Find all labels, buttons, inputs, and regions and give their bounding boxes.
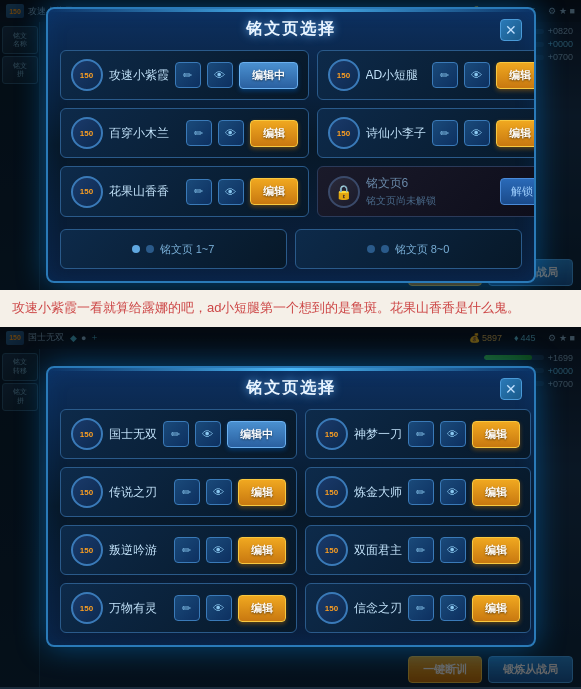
- card-name-3: 百穿小木兰: [109, 125, 180, 142]
- card-badge-b8: 150: [316, 592, 348, 624]
- card-pen-btn-b4[interactable]: ✏: [408, 479, 434, 505]
- card-name-2: AD小短腿: [366, 67, 426, 84]
- card-edit-btn-b3[interactable]: 编辑: [238, 479, 286, 506]
- pagination-right: 铭文页 8~0: [295, 229, 522, 269]
- card-edit-btn-2[interactable]: 编辑: [496, 62, 536, 89]
- modal-panel-bottom: 铭文页选择 ✕ 150 国士无双 ✏ 👁 编辑中 15: [46, 366, 536, 647]
- card-edit-btn-4[interactable]: 编辑: [496, 120, 536, 147]
- card-pen-btn-b3[interactable]: ✏: [174, 479, 200, 505]
- card-badge-6: 🔒: [328, 176, 360, 208]
- page-dot-3: [367, 245, 375, 253]
- modal-pagination-row: 铭文页 1~7 铭文页 8~0: [48, 229, 534, 281]
- card-edit-btn-1[interactable]: 编辑中: [239, 62, 298, 89]
- card-pen-btn-b2[interactable]: ✏: [408, 421, 434, 447]
- card-edit-btn-b1[interactable]: 编辑中: [227, 421, 286, 448]
- card-pen-btn-2[interactable]: ✏: [432, 62, 458, 88]
- modal-card-b8: 150 信念之刃 ✏ 👁 编辑: [305, 583, 531, 633]
- page-dot-1: [132, 245, 140, 253]
- card-pen-btn-b5[interactable]: ✏: [174, 537, 200, 563]
- card-eye-btn-b3[interactable]: 👁: [206, 479, 232, 505]
- card-pen-btn-b1[interactable]: ✏: [163, 421, 189, 447]
- card-pen-btn-b6[interactable]: ✏: [408, 537, 434, 563]
- card-name-b1: 国士无双: [109, 426, 157, 443]
- card-eye-btn-b1[interactable]: 👁: [195, 421, 221, 447]
- card-badge-2: 150: [328, 59, 360, 91]
- card-name-5: 花果山香香: [109, 183, 180, 200]
- page-dot-4: [381, 245, 389, 253]
- modal-card-b6: 150 双面君主 ✏ 👁 编辑: [305, 525, 531, 575]
- card-edit-btn-b8[interactable]: 编辑: [472, 595, 520, 622]
- card-edit-btn-b5[interactable]: 编辑: [238, 537, 286, 564]
- card-eye-btn-5[interactable]: 👁: [218, 179, 244, 205]
- card-pen-btn-b7[interactable]: ✏: [174, 595, 200, 621]
- card-eye-btn-4[interactable]: 👁: [464, 120, 490, 146]
- card-pen-btn-b8[interactable]: ✏: [408, 595, 434, 621]
- top-game-panel: 150 攻速小紫霞 ◆ ● ＋ 💰 5897 ♦ 445 ⚙ ★ ■ 铭文名称 …: [0, 0, 581, 290]
- modal-title-bar-top: 铭文页选择 ✕: [48, 9, 534, 50]
- modal-card-3: 150 百穿小木兰 ✏ 👁 编辑: [60, 108, 309, 158]
- card-edit-btn-5[interactable]: 编辑: [250, 178, 298, 205]
- card-eye-btn-b4[interactable]: 👁: [440, 479, 466, 505]
- card-edit-btn-b6[interactable]: 编辑: [472, 537, 520, 564]
- card-name-b2: 神梦一刀: [354, 426, 402, 443]
- modal-overlay-top: 铭文页选择 ✕ 150 攻速小紫霞 ✏ 👁 编辑中 1: [0, 0, 581, 290]
- card-eye-btn-b2[interactable]: 👁: [440, 421, 466, 447]
- card-badge-b4: 150: [316, 476, 348, 508]
- card-badge-b5: 150: [71, 534, 103, 566]
- card-badge-b1: 150: [71, 418, 103, 450]
- card-name-4: 诗仙小李子: [366, 125, 426, 142]
- card-name-b4: 炼金大师: [354, 484, 402, 501]
- comment-section: 攻速小紫霞一看就算给露娜的吧，ad小短腿第一个想到的是鲁斑。花果山香香是什么鬼。: [0, 290, 581, 327]
- card-eye-btn-b5[interactable]: 👁: [206, 537, 232, 563]
- card-pen-btn-1[interactable]: ✏: [175, 62, 201, 88]
- card-badge-b6: 150: [316, 534, 348, 566]
- modal-card-b2: 150 神梦一刀 ✏ 👁 编辑: [305, 409, 531, 459]
- card-eye-btn-b7[interactable]: 👁: [206, 595, 232, 621]
- modal-card-2: 150 AD小短腿 ✏ 👁 编辑: [317, 50, 536, 100]
- page-dot-2: [146, 245, 154, 253]
- card-badge-b7: 150: [71, 592, 103, 624]
- card-pen-btn-5[interactable]: ✏: [186, 179, 212, 205]
- card-pen-btn-4[interactable]: ✏: [432, 120, 458, 146]
- card-name-b6: 双面君主: [354, 542, 402, 559]
- card-name-b5: 叛逆吟游: [109, 542, 168, 559]
- card-edit-btn-b7[interactable]: 编辑: [238, 595, 286, 622]
- pagination-left: 铭文页 1~7: [60, 229, 287, 269]
- card-badge-3: 150: [71, 117, 103, 149]
- card-name-b8: 信念之刃: [354, 600, 402, 617]
- modal-card-b1: 150 国士无双 ✏ 👁 编辑中: [60, 409, 297, 459]
- card-badge-b2: 150: [316, 418, 348, 450]
- card-name-b7: 万物有灵: [109, 600, 168, 617]
- card-eye-btn-b8[interactable]: 👁: [440, 595, 466, 621]
- modal-card-b3: 150 传说之刃 ✏ 👁 编辑: [60, 467, 297, 517]
- modal-card-1: 150 攻速小紫霞 ✏ 👁 编辑中: [60, 50, 309, 100]
- card-sub-6: 铭文页尚未解锁: [366, 194, 494, 208]
- card-info-6: 铭文页6 铭文页尚未解锁: [366, 175, 494, 208]
- card-eye-btn-b6[interactable]: 👁: [440, 537, 466, 563]
- modal-panel-top: 铭文页选择 ✕ 150 攻速小紫霞 ✏ 👁 编辑中 1: [46, 7, 536, 283]
- card-edit-btn-3[interactable]: 编辑: [250, 120, 298, 147]
- card-badge-4: 150: [328, 117, 360, 149]
- modal-title-top: 铭文页选择: [246, 19, 336, 40]
- modal-card-5: 150 花果山香香 ✏ 👁 编辑: [60, 166, 309, 217]
- modal-grid-bottom: 150 国士无双 ✏ 👁 编辑中 150 神梦一刀 ✏ 👁 编辑: [48, 409, 534, 645]
- card-edit-btn-b4[interactable]: 编辑: [472, 479, 520, 506]
- comment-text: 攻速小紫霞一看就算给露娜的吧，ad小短腿第一个想到的是鲁斑。花果山香香是什么鬼。: [12, 300, 520, 315]
- card-eye-btn-1[interactable]: 👁: [207, 62, 233, 88]
- modal-close-bottom[interactable]: ✕: [500, 378, 522, 400]
- card-name-6: 铭文页6: [366, 175, 494, 192]
- modal-grid-top: 150 攻速小紫霞 ✏ 👁 编辑中 150 AD小短腿 ✏ 👁 编辑: [48, 50, 534, 229]
- card-badge-1: 150: [71, 59, 103, 91]
- card-eye-btn-2[interactable]: 👁: [464, 62, 490, 88]
- card-name-1: 攻速小紫霞: [109, 67, 169, 84]
- modal-card-b4: 150 炼金大师 ✏ 👁 编辑: [305, 467, 531, 517]
- modal-close-top[interactable]: ✕: [500, 19, 522, 41]
- card-pen-btn-3[interactable]: ✏: [186, 120, 212, 146]
- modal-title-bottom: 铭文页选择: [246, 378, 336, 399]
- modal-card-4: 150 诗仙小李子 ✏ 👁 编辑: [317, 108, 536, 158]
- card-edit-btn-b2[interactable]: 编辑: [472, 421, 520, 448]
- card-unlock-btn-6[interactable]: 解锁: [500, 178, 536, 205]
- card-eye-btn-3[interactable]: 👁: [218, 120, 244, 146]
- card-badge-5: 150: [71, 176, 103, 208]
- modal-overlay-bottom: 铭文页选择 ✕ 150 国士无双 ✏ 👁 编辑中 15: [0, 327, 581, 687]
